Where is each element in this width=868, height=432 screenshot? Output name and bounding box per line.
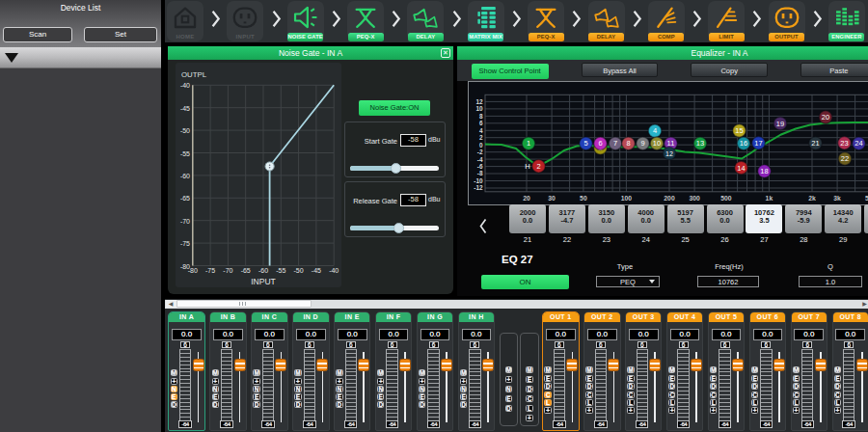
svg-text:0: 0 [479,142,483,148]
svg-text:17: 17 [754,139,762,148]
svg-text:23: 23 [840,139,848,148]
svg-text:OUTPL: OUTPL [181,70,207,79]
svg-text:-4: -4 [477,156,483,163]
svg-text:13: 13 [696,139,704,148]
svg-text:20: 20 [523,195,530,202]
svg-text:8: 8 [626,139,630,148]
svg-text:500: 500 [720,195,732,202]
svg-text:16: 16 [740,139,747,148]
svg-text:20: 20 [822,113,829,122]
svg-text:24: 24 [854,139,862,148]
svg-text:-60: -60 [180,173,190,179]
svg-text:6: 6 [479,120,483,126]
svg-text:30: 30 [548,195,556,202]
svg-text:-45: -45 [180,105,190,112]
svg-text:INPUT: INPUT [251,277,276,286]
svg-text:-50: -50 [294,267,304,274]
svg-text:14: 14 [737,164,745,173]
svg-text:-8: -8 [477,170,483,176]
svg-text:-45: -45 [312,267,321,274]
svg-text:8: 8 [479,113,483,120]
svg-text:-50: -50 [180,127,190,134]
svg-text:7: 7 [613,139,617,148]
svg-text:19: 19 [776,120,784,128]
svg-text:-55: -55 [276,267,285,274]
svg-text:-65: -65 [241,267,251,274]
svg-text:-70: -70 [180,218,190,225]
svg-text:12: 12 [665,150,673,157]
svg-text:-75: -75 [180,240,190,247]
svg-text:-80: -80 [188,267,198,274]
svg-text:100: 100 [621,195,633,202]
svg-text:-65: -65 [180,195,190,202]
svg-text:-60: -60 [258,267,268,274]
svg-text:-12: -12 [474,184,483,191]
svg-text:200: 200 [664,195,675,202]
svg-text:10: 10 [475,105,483,112]
svg-text:4: 4 [479,127,483,134]
svg-text:-2: -2 [477,148,483,155]
svg-text:50: 50 [580,195,587,202]
svg-text:10: 10 [653,139,661,148]
svg-text:18: 18 [760,167,768,176]
svg-text:1k: 1k [766,195,773,202]
svg-text:4: 4 [653,126,657,135]
svg-text:12: 12 [475,98,483,105]
svg-text:-6: -6 [477,163,483,170]
svg-text:9: 9 [640,139,644,148]
svg-text:-75: -75 [205,267,215,274]
svg-text:2: 2 [479,134,483,141]
svg-text:300: 300 [689,195,700,202]
svg-text:6: 6 [598,139,602,148]
svg-text:5: 5 [583,139,587,148]
svg-text:1: 1 [527,139,530,148]
svg-text:2: 2 [536,162,540,171]
svg-text:15: 15 [735,126,743,135]
svg-text:-40: -40 [329,267,339,274]
svg-text:-10: -10 [474,177,483,184]
svg-text:3k: 3k [833,195,841,202]
svg-text:-40: -40 [180,82,190,89]
svg-text:-55: -55 [180,150,190,157]
svg-text:21: 21 [811,139,819,148]
svg-text:H: H [525,162,529,171]
svg-text:2k: 2k [808,195,816,202]
svg-text:-70: -70 [223,267,232,274]
svg-text:22: 22 [841,154,849,163]
